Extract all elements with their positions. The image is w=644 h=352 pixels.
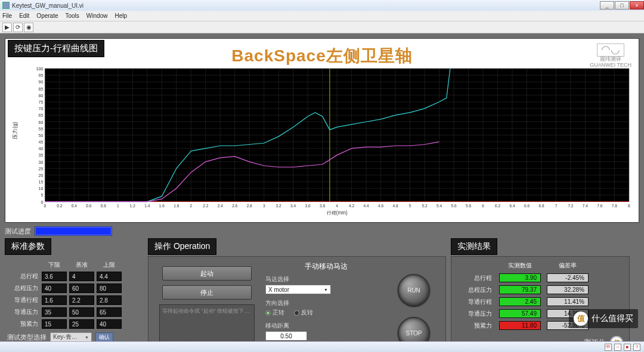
svg-text:65: 65 (38, 113, 43, 118)
res-row: 总行程 3.90 -2.45% (457, 273, 623, 282)
res-col-dev: 偏差率 (547, 261, 589, 270)
tray-icon-2[interactable]: ○ (614, 344, 621, 351)
res-deviation: 11.41% (547, 297, 589, 306)
confirm-button[interactable]: 确认 (95, 332, 113, 342)
distance-input[interactable]: 0.50 (265, 331, 307, 341)
svg-text:40: 40 (38, 147, 43, 151)
svg-text:2: 2 (190, 204, 192, 208)
tray-ime-icon[interactable]: 中 (605, 344, 612, 351)
run-round-button[interactable]: RUN (398, 274, 430, 306)
svg-text:70: 70 (38, 107, 43, 111)
svg-text:5: 5 (41, 193, 43, 198)
std-col-mid: 基准 (69, 261, 94, 269)
svg-text:5.6: 5.6 (451, 204, 456, 208)
svg-text:15: 15 (38, 180, 43, 185)
dir-reverse-radio[interactable]: 反转 (294, 309, 313, 317)
std-mid-input[interactable]: 2.2 (69, 295, 94, 305)
svg-text:4.6: 4.6 (378, 204, 383, 208)
std-mid-input[interactable]: 50 (69, 307, 94, 317)
bottom-row: 标准参数 下限 基准 上限 总行程 3.6 4 4.4总程压力 40 60 80… (5, 238, 639, 352)
svg-text:25: 25 (38, 167, 43, 172)
progress-row: 测试进度 (5, 226, 639, 236)
std-label: 预紧力 (7, 320, 39, 328)
svg-text:2.2: 2.2 (203, 204, 208, 208)
tray-help-icon[interactable]: ? (633, 344, 640, 351)
run-continuous-button[interactable]: ⟳ (13, 23, 23, 32)
svg-text:1.6: 1.6 (159, 204, 165, 208)
standard-params-panel: 标准参数 下限 基准 上限 总行程 3.6 4 4.4总程压力 40 60 80… (5, 238, 143, 352)
res-label: 总行程 (457, 274, 493, 282)
window-title: Keytest_GW_manual_UI.vi (12, 2, 599, 9)
stop-button[interactable]: 停止 (162, 285, 252, 300)
std-lo-input[interactable]: 1.6 (42, 295, 67, 305)
std-mid-input[interactable]: 25 (69, 319, 94, 329)
menu-window[interactable]: Window (86, 13, 108, 19)
run-vi-button[interactable]: ▶ (2, 23, 12, 32)
svg-text:行程(mm): 行程(mm) (327, 210, 348, 216)
std-label: 导通压力 (7, 308, 39, 316)
std-mid-input[interactable]: 60 (69, 284, 94, 293)
maximize-button[interactable]: □ (615, 1, 629, 10)
manual-title: 手动移动马达 (265, 261, 387, 272)
app-icon (2, 2, 10, 9)
menu-help[interactable]: Help (114, 13, 127, 19)
svg-text:85: 85 (38, 87, 43, 92)
svg-text:3: 3 (263, 204, 265, 208)
test-type-select[interactable]: Key-青… (50, 332, 92, 342)
svg-text:7.4: 7.4 (583, 204, 588, 208)
res-deviation: -2.45% (547, 273, 589, 282)
std-hi-input[interactable]: 4.4 (97, 272, 122, 281)
dir-forward-radio[interactable]: 正转 (265, 309, 284, 317)
workspace: 按键压力-行程曲线图 BackSpace左侧卫星轴 ◠◡ 观纬测评 GUANWE… (0, 33, 644, 341)
window-titlebar: Keytest_GW_manual_UI.vi _ □ × (0, 0, 644, 11)
res-label: 导通行程 (457, 298, 493, 306)
menu-tools[interactable]: Tools (66, 13, 79, 19)
svg-text:7.6: 7.6 (597, 204, 602, 208)
std-row: 导通行程 1.6 2.2 2.8 (7, 295, 141, 305)
motor-select[interactable]: X motor (265, 285, 331, 294)
abort-button[interactable]: ◉ (24, 23, 33, 32)
tray-icon-3[interactable]: ■ (624, 344, 631, 351)
status-bar: 中 ○ ■ ? (0, 341, 644, 352)
svg-text:2.4: 2.4 (218, 204, 223, 208)
svg-text:1: 1 (117, 204, 119, 208)
menu-edit[interactable]: Edit (19, 13, 29, 19)
svg-text:3.6: 3.6 (305, 204, 311, 208)
svg-text:6.8: 6.8 (538, 204, 544, 208)
res-label: 总程压力 (457, 286, 493, 294)
start-button[interactable]: 起动 (162, 266, 252, 281)
op-title: 操作 Operation (148, 238, 216, 255)
menu-file[interactable]: File (2, 13, 12, 19)
svg-text:6: 6 (482, 204, 484, 208)
std-label: 导通行程 (7, 296, 39, 304)
std-lo-input[interactable]: 3.6 (42, 272, 67, 281)
distance-label: 移动距离 (265, 322, 387, 330)
svg-text:35: 35 (38, 153, 43, 158)
std-lo-input[interactable]: 15 (42, 319, 67, 329)
std-lo-input[interactable]: 35 (42, 307, 67, 317)
svg-text:5.8: 5.8 (466, 204, 471, 208)
res-col-val: 实测数值 (499, 261, 541, 270)
std-row: 总程压力 40 60 80 (7, 284, 141, 293)
std-hi-input[interactable]: 40 (97, 319, 122, 329)
menu-operate[interactable]: Operate (36, 13, 58, 19)
svg-text:5.2: 5.2 (422, 204, 428, 208)
svg-text:50: 50 (38, 133, 43, 138)
svg-text:20: 20 (38, 173, 43, 178)
svg-text:4.8: 4.8 (393, 204, 398, 208)
chart-plot[interactable]: 0510152025303540455055606570758085909510… (28, 65, 633, 216)
std-lo-input[interactable]: 40 (42, 284, 67, 293)
std-title: 标准参数 (5, 238, 51, 255)
std-hi-input[interactable]: 80 (97, 284, 122, 293)
std-hi-input[interactable]: 65 (97, 307, 122, 317)
minimize-button[interactable]: _ (600, 1, 614, 10)
y-axis-label: 压力(g) (11, 122, 19, 139)
motor-label: 马达选择 (265, 275, 387, 284)
std-label: 总程压力 (7, 284, 39, 292)
svg-text:2.6: 2.6 (232, 204, 237, 208)
std-mid-input[interactable]: 4 (69, 272, 94, 281)
close-button[interactable]: × (630, 1, 644, 10)
svg-text:55: 55 (38, 127, 43, 132)
results-panel: 实测结果 实测数值 偏差率 总行程 3.90 -2.45%总程压力 79.37 … (451, 238, 630, 352)
std-hi-input[interactable]: 2.8 (97, 295, 122, 305)
